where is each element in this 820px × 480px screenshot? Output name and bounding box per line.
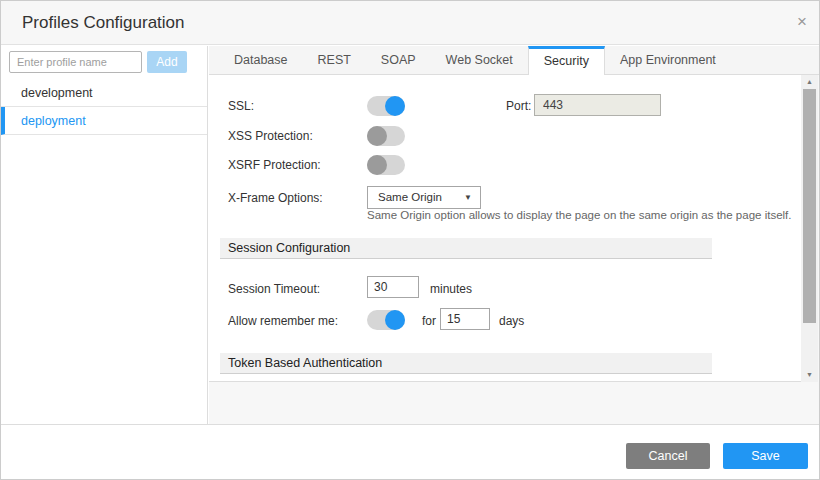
- remember-toggle-knob: [385, 310, 405, 330]
- tab-soap[interactable]: SOAP: [366, 46, 431, 74]
- session-configuration-heading: Session Configuration: [220, 238, 712, 259]
- profile-list: development deployment: [1, 79, 207, 135]
- xsrf-protection-toggle[interactable]: [367, 155, 405, 175]
- token-authentication-heading: Token Based Authentication: [220, 353, 712, 374]
- remember-days-input[interactable]: [440, 308, 490, 330]
- port-input: [534, 94, 661, 116]
- session-timeout-input[interactable]: [367, 276, 419, 298]
- settings-panel: Database REST SOAP Web Socket Security A…: [209, 46, 820, 424]
- vertical-scrollbar[interactable]: ▲ ▼: [801, 75, 818, 382]
- port-label: Port:: [506, 99, 531, 113]
- xss-protection-toggle[interactable]: [367, 126, 405, 146]
- dialog-header: Profiles Configuration ×: [1, 1, 820, 45]
- chevron-down-icon: ▼: [464, 187, 472, 208]
- session-timeout-label: Session Timeout:: [228, 282, 320, 296]
- profile-name-input[interactable]: [9, 51, 142, 73]
- security-tab-content: SSL: Port: XSS Protection: XSRF Protecti…: [209, 75, 801, 382]
- close-icon[interactable]: ×: [797, 12, 807, 32]
- add-profile-button[interactable]: Add: [147, 51, 187, 73]
- tab-rest[interactable]: REST: [303, 46, 366, 74]
- profiles-configuration-dialog: Profiles Configuration × Add development…: [0, 0, 820, 480]
- x-frame-selected-value: Same Origin: [378, 191, 442, 203]
- xsrf-toggle-knob: [367, 155, 387, 175]
- ssl-label: SSL:: [228, 99, 254, 113]
- scrollbar-thumb[interactable]: [803, 89, 816, 323]
- tab-security[interactable]: Security: [528, 46, 605, 75]
- dialog-footer: Cancel Save: [1, 424, 820, 480]
- xss-protection-label: XSS Protection:: [228, 129, 313, 143]
- ssl-toggle[interactable]: [367, 96, 405, 116]
- x-frame-options-label: X-Frame Options:: [228, 191, 323, 205]
- remember-days-unit: days: [499, 314, 524, 328]
- profiles-sidebar: Add development deployment: [1, 46, 208, 424]
- xss-toggle-knob: [367, 126, 387, 146]
- profile-item-deployment[interactable]: deployment: [1, 107, 207, 135]
- tab-database[interactable]: Database: [219, 46, 303, 74]
- cancel-button[interactable]: Cancel: [626, 443, 710, 469]
- tab-web-socket[interactable]: Web Socket: [431, 46, 528, 74]
- xsrf-protection-label: XSRF Protection:: [228, 158, 321, 172]
- profile-item-development[interactable]: development: [1, 79, 207, 107]
- ssl-toggle-knob: [385, 96, 405, 116]
- save-button[interactable]: Save: [723, 443, 808, 469]
- allow-remember-me-toggle[interactable]: [367, 310, 405, 330]
- scroll-down-icon[interactable]: ▼: [801, 368, 818, 382]
- x-frame-hint-text: Same Origin option allows to display the…: [367, 209, 791, 221]
- tab-app-environment[interactable]: App Environment: [605, 46, 731, 74]
- scroll-up-icon[interactable]: ▲: [801, 75, 818, 89]
- dialog-title: Profiles Configuration: [22, 1, 185, 45]
- session-timeout-unit: minutes: [430, 282, 472, 296]
- remember-for-text: for: [422, 314, 436, 328]
- x-frame-options-select[interactable]: Same Origin ▼: [367, 186, 481, 209]
- allow-remember-me-label: Allow remember me:: [228, 314, 338, 328]
- tab-bar: Database REST SOAP Web Socket Security A…: [209, 46, 820, 75]
